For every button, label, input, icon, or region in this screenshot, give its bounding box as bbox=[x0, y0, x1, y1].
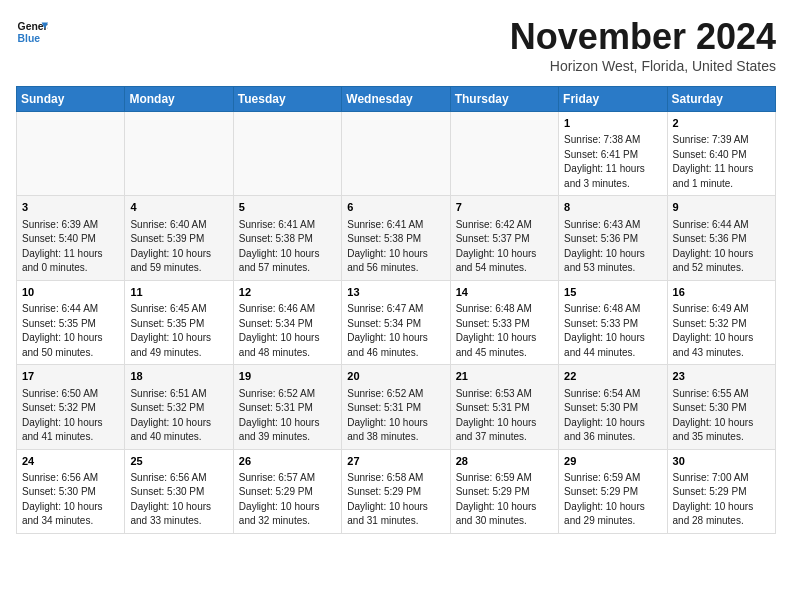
month-year-title: November 2024 bbox=[510, 16, 776, 58]
weekday-header-thursday: Thursday bbox=[450, 87, 558, 112]
calendar-cell: 7Sunrise: 6:42 AMSunset: 5:37 PMDaylight… bbox=[450, 196, 558, 280]
cell-sunrise-sunset-daylight: Sunrise: 6:52 AMSunset: 5:31 PMDaylight:… bbox=[347, 387, 444, 445]
cell-sunrise-sunset-daylight: Sunrise: 6:45 AMSunset: 5:35 PMDaylight:… bbox=[130, 302, 227, 360]
day-number: 2 bbox=[673, 116, 770, 131]
calendar-cell: 12Sunrise: 6:46 AMSunset: 5:34 PMDayligh… bbox=[233, 280, 341, 364]
calendar-cell: 18Sunrise: 6:51 AMSunset: 5:32 PMDayligh… bbox=[125, 365, 233, 449]
cell-sunrise-sunset-daylight: Sunrise: 6:52 AMSunset: 5:31 PMDaylight:… bbox=[239, 387, 336, 445]
cell-sunrise-sunset-daylight: Sunrise: 6:55 AMSunset: 5:30 PMDaylight:… bbox=[673, 387, 770, 445]
calendar-cell: 2Sunrise: 7:39 AMSunset: 6:40 PMDaylight… bbox=[667, 112, 775, 196]
cell-sunrise-sunset-daylight: Sunrise: 6:39 AMSunset: 5:40 PMDaylight:… bbox=[22, 218, 119, 276]
calendar-table: SundayMondayTuesdayWednesdayThursdayFrid… bbox=[16, 86, 776, 534]
day-number: 11 bbox=[130, 285, 227, 300]
cell-sunrise-sunset-daylight: Sunrise: 6:58 AMSunset: 5:29 PMDaylight:… bbox=[347, 471, 444, 529]
day-number: 15 bbox=[564, 285, 661, 300]
cell-sunrise-sunset-daylight: Sunrise: 6:50 AMSunset: 5:32 PMDaylight:… bbox=[22, 387, 119, 445]
cell-sunrise-sunset-daylight: Sunrise: 6:49 AMSunset: 5:32 PMDaylight:… bbox=[673, 302, 770, 360]
day-number: 25 bbox=[130, 454, 227, 469]
weekday-header-wednesday: Wednesday bbox=[342, 87, 450, 112]
location-subtitle: Horizon West, Florida, United States bbox=[510, 58, 776, 74]
calendar-week-row: 17Sunrise: 6:50 AMSunset: 5:32 PMDayligh… bbox=[17, 365, 776, 449]
day-number: 27 bbox=[347, 454, 444, 469]
day-number: 16 bbox=[673, 285, 770, 300]
svg-text:Blue: Blue bbox=[18, 33, 41, 44]
day-number: 21 bbox=[456, 369, 553, 384]
cell-sunrise-sunset-daylight: Sunrise: 6:41 AMSunset: 5:38 PMDaylight:… bbox=[347, 218, 444, 276]
cell-sunrise-sunset-daylight: Sunrise: 6:54 AMSunset: 5:30 PMDaylight:… bbox=[564, 387, 661, 445]
cell-sunrise-sunset-daylight: Sunrise: 6:47 AMSunset: 5:34 PMDaylight:… bbox=[347, 302, 444, 360]
calendar-cell: 14Sunrise: 6:48 AMSunset: 5:33 PMDayligh… bbox=[450, 280, 558, 364]
day-number: 1 bbox=[564, 116, 661, 131]
weekday-header-tuesday: Tuesday bbox=[233, 87, 341, 112]
cell-sunrise-sunset-daylight: Sunrise: 6:56 AMSunset: 5:30 PMDaylight:… bbox=[130, 471, 227, 529]
calendar-cell: 23Sunrise: 6:55 AMSunset: 5:30 PMDayligh… bbox=[667, 365, 775, 449]
logo: General Blue bbox=[16, 16, 48, 48]
calendar-cell: 24Sunrise: 6:56 AMSunset: 5:30 PMDayligh… bbox=[17, 449, 125, 533]
day-number: 24 bbox=[22, 454, 119, 469]
calendar-cell bbox=[17, 112, 125, 196]
logo-icon: General Blue bbox=[16, 16, 48, 48]
calendar-cell bbox=[450, 112, 558, 196]
weekday-header-friday: Friday bbox=[559, 87, 667, 112]
calendar-week-row: 24Sunrise: 6:56 AMSunset: 5:30 PMDayligh… bbox=[17, 449, 776, 533]
calendar-cell: 4Sunrise: 6:40 AMSunset: 5:39 PMDaylight… bbox=[125, 196, 233, 280]
calendar-cell: 13Sunrise: 6:47 AMSunset: 5:34 PMDayligh… bbox=[342, 280, 450, 364]
day-number: 3 bbox=[22, 200, 119, 215]
weekday-header-sunday: Sunday bbox=[17, 87, 125, 112]
weekday-header-row: SundayMondayTuesdayWednesdayThursdayFrid… bbox=[17, 87, 776, 112]
calendar-cell bbox=[342, 112, 450, 196]
cell-sunrise-sunset-daylight: Sunrise: 6:59 AMSunset: 5:29 PMDaylight:… bbox=[456, 471, 553, 529]
day-number: 4 bbox=[130, 200, 227, 215]
day-number: 14 bbox=[456, 285, 553, 300]
calendar-cell: 22Sunrise: 6:54 AMSunset: 5:30 PMDayligh… bbox=[559, 365, 667, 449]
calendar-cell: 10Sunrise: 6:44 AMSunset: 5:35 PMDayligh… bbox=[17, 280, 125, 364]
calendar-cell: 1Sunrise: 7:38 AMSunset: 6:41 PMDaylight… bbox=[559, 112, 667, 196]
calendar-cell: 5Sunrise: 6:41 AMSunset: 5:38 PMDaylight… bbox=[233, 196, 341, 280]
calendar-cell: 28Sunrise: 6:59 AMSunset: 5:29 PMDayligh… bbox=[450, 449, 558, 533]
cell-sunrise-sunset-daylight: Sunrise: 6:46 AMSunset: 5:34 PMDaylight:… bbox=[239, 302, 336, 360]
day-number: 5 bbox=[239, 200, 336, 215]
calendar-cell bbox=[233, 112, 341, 196]
cell-sunrise-sunset-daylight: Sunrise: 6:44 AMSunset: 5:35 PMDaylight:… bbox=[22, 302, 119, 360]
cell-sunrise-sunset-daylight: Sunrise: 6:57 AMSunset: 5:29 PMDaylight:… bbox=[239, 471, 336, 529]
calendar-cell: 9Sunrise: 6:44 AMSunset: 5:36 PMDaylight… bbox=[667, 196, 775, 280]
cell-sunrise-sunset-daylight: Sunrise: 6:53 AMSunset: 5:31 PMDaylight:… bbox=[456, 387, 553, 445]
calendar-cell: 20Sunrise: 6:52 AMSunset: 5:31 PMDayligh… bbox=[342, 365, 450, 449]
day-number: 18 bbox=[130, 369, 227, 384]
day-number: 19 bbox=[239, 369, 336, 384]
title-block: November 2024 Horizon West, Florida, Uni… bbox=[510, 16, 776, 74]
calendar-cell: 25Sunrise: 6:56 AMSunset: 5:30 PMDayligh… bbox=[125, 449, 233, 533]
calendar-cell: 17Sunrise: 6:50 AMSunset: 5:32 PMDayligh… bbox=[17, 365, 125, 449]
cell-sunrise-sunset-daylight: Sunrise: 6:41 AMSunset: 5:38 PMDaylight:… bbox=[239, 218, 336, 276]
calendar-cell: 3Sunrise: 6:39 AMSunset: 5:40 PMDaylight… bbox=[17, 196, 125, 280]
cell-sunrise-sunset-daylight: Sunrise: 6:40 AMSunset: 5:39 PMDaylight:… bbox=[130, 218, 227, 276]
cell-sunrise-sunset-daylight: Sunrise: 6:44 AMSunset: 5:36 PMDaylight:… bbox=[673, 218, 770, 276]
cell-sunrise-sunset-daylight: Sunrise: 7:38 AMSunset: 6:41 PMDaylight:… bbox=[564, 133, 661, 191]
cell-sunrise-sunset-daylight: Sunrise: 6:56 AMSunset: 5:30 PMDaylight:… bbox=[22, 471, 119, 529]
calendar-cell: 15Sunrise: 6:48 AMSunset: 5:33 PMDayligh… bbox=[559, 280, 667, 364]
calendar-week-row: 3Sunrise: 6:39 AMSunset: 5:40 PMDaylight… bbox=[17, 196, 776, 280]
cell-sunrise-sunset-daylight: Sunrise: 6:48 AMSunset: 5:33 PMDaylight:… bbox=[456, 302, 553, 360]
cell-sunrise-sunset-daylight: Sunrise: 6:59 AMSunset: 5:29 PMDaylight:… bbox=[564, 471, 661, 529]
day-number: 23 bbox=[673, 369, 770, 384]
page-header: General Blue November 2024 Horizon West,… bbox=[16, 16, 776, 74]
day-number: 13 bbox=[347, 285, 444, 300]
weekday-header-saturday: Saturday bbox=[667, 87, 775, 112]
day-number: 9 bbox=[673, 200, 770, 215]
day-number: 28 bbox=[456, 454, 553, 469]
calendar-cell: 30Sunrise: 7:00 AMSunset: 5:29 PMDayligh… bbox=[667, 449, 775, 533]
calendar-cell bbox=[125, 112, 233, 196]
calendar-cell: 6Sunrise: 6:41 AMSunset: 5:38 PMDaylight… bbox=[342, 196, 450, 280]
calendar-cell: 26Sunrise: 6:57 AMSunset: 5:29 PMDayligh… bbox=[233, 449, 341, 533]
calendar-cell: 29Sunrise: 6:59 AMSunset: 5:29 PMDayligh… bbox=[559, 449, 667, 533]
calendar-cell: 8Sunrise: 6:43 AMSunset: 5:36 PMDaylight… bbox=[559, 196, 667, 280]
calendar-cell: 16Sunrise: 6:49 AMSunset: 5:32 PMDayligh… bbox=[667, 280, 775, 364]
day-number: 6 bbox=[347, 200, 444, 215]
day-number: 26 bbox=[239, 454, 336, 469]
cell-sunrise-sunset-daylight: Sunrise: 6:51 AMSunset: 5:32 PMDaylight:… bbox=[130, 387, 227, 445]
day-number: 22 bbox=[564, 369, 661, 384]
calendar-week-row: 10Sunrise: 6:44 AMSunset: 5:35 PMDayligh… bbox=[17, 280, 776, 364]
cell-sunrise-sunset-daylight: Sunrise: 7:00 AMSunset: 5:29 PMDaylight:… bbox=[673, 471, 770, 529]
calendar-week-row: 1Sunrise: 7:38 AMSunset: 6:41 PMDaylight… bbox=[17, 112, 776, 196]
cell-sunrise-sunset-daylight: Sunrise: 6:48 AMSunset: 5:33 PMDaylight:… bbox=[564, 302, 661, 360]
